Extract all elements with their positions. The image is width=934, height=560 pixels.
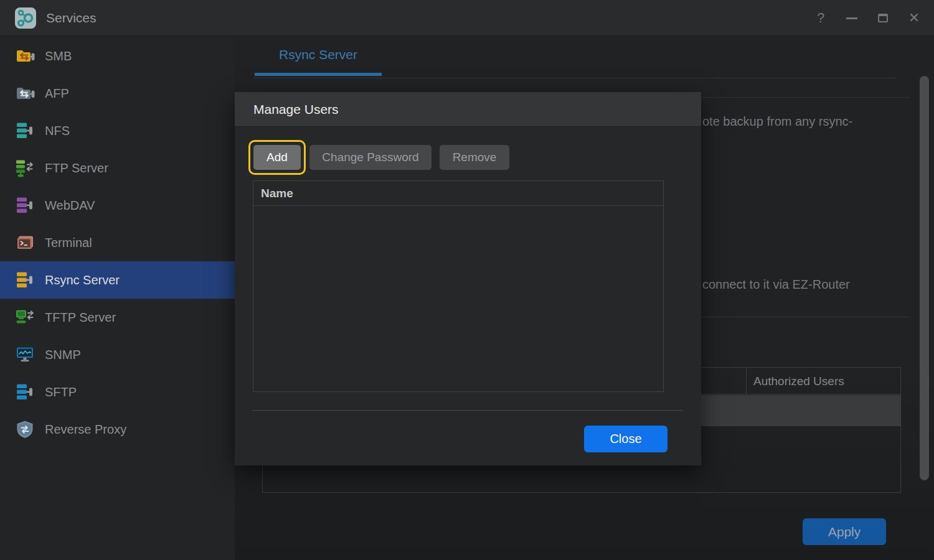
sidebar-item-label: TFTP Server — [45, 310, 116, 325]
snmp-monitor-icon — [15, 345, 35, 365]
sidebar-item-label: SFTP — [45, 385, 77, 399]
column-divider — [746, 368, 747, 394]
vertical-scrollbar-thumb[interactable] — [920, 76, 929, 480]
sidebar-item-label: SMB — [45, 49, 72, 63]
sidebar-item-ftp-server[interactable]: FTP Server — [0, 149, 235, 187]
rsync-server-icon — [15, 270, 35, 290]
sidebar-item-webdav[interactable]: WebDAV — [0, 187, 235, 224]
window-title: Services — [46, 0, 97, 36]
tftp-server-icon — [15, 307, 35, 327]
apply-button[interactable]: Apply — [803, 518, 886, 545]
sidebar-item-afp[interactable]: AFP — [0, 75, 235, 112]
remove-button[interactable]: Remove — [440, 145, 509, 170]
minimize-icon[interactable] — [843, 9, 861, 27]
sidebar-item-label: SNMP — [45, 348, 81, 362]
sidebar-item-nfs[interactable]: NFS — [0, 112, 235, 149]
sftp-server-icon — [15, 382, 35, 402]
sidebar-item-label: WebDAV — [45, 198, 95, 213]
afp-folder-sync-icon — [15, 83, 35, 103]
titlebar: Services ? ✕ — [0, 0, 934, 36]
sidebar-item-label: AFP — [45, 86, 69, 101]
terminal-icon — [15, 233, 35, 253]
sidebar-item-label: NFS — [45, 124, 70, 138]
dialog-footer-divider — [252, 410, 683, 411]
services-window: Services ? ✕ SMB — [0, 0, 934, 560]
sidebar-item-label: Reverse Proxy — [45, 422, 126, 437]
change-password-button[interactable]: Change Password — [309, 145, 432, 170]
services-sidebar: SMB AFP — [0, 36, 235, 560]
sidebar-item-terminal[interactable]: Terminal — [0, 224, 235, 261]
tabbar-divider — [253, 78, 896, 78]
sidebar-item-label: Terminal — [45, 236, 92, 250]
close-button[interactable]: Close — [584, 426, 667, 452]
maximize-icon[interactable] — [874, 9, 892, 27]
manage-users-dialog: Manage Users Add Change Password Remove … — [235, 92, 701, 465]
webdav-server-icon — [15, 195, 35, 215]
add-button[interactable]: Add — [253, 145, 301, 170]
reverse-proxy-shield-icon — [15, 419, 35, 439]
sidebar-item-sftp[interactable]: SFTP — [0, 373, 235, 411]
name-column-header: Name — [261, 187, 293, 200]
tab-active-indicator — [255, 73, 382, 76]
sidebar-item-tftp-server[interactable]: TFTP Server — [0, 299, 235, 336]
sidebar-item-snmp[interactable]: SNMP — [0, 336, 235, 373]
ez-router-text-partial: connect to it via EZ-Router — [702, 278, 850, 292]
tab-rsync-server[interactable]: Rsync Server — [255, 36, 382, 73]
rsync-description-text-partial: ote backup from any rsync- — [702, 114, 852, 129]
sidebar-item-label: FTP Server — [45, 161, 108, 175]
users-table: Name — [253, 180, 664, 392]
help-icon[interactable]: ? — [812, 9, 829, 27]
sidebar-item-rsync-server[interactable]: Rsync Server — [0, 261, 235, 299]
dialog-title: Manage Users — [253, 92, 339, 127]
authorized-users-column-header: Authorized Users — [753, 368, 844, 394]
sidebar-item-reverse-proxy[interactable]: Reverse Proxy — [0, 411, 235, 448]
services-app-icon — [15, 7, 36, 29]
dialog-header: Manage Users — [235, 92, 701, 127]
sidebar-item-smb[interactable]: SMB — [0, 37, 235, 75]
ftp-server-icon — [15, 158, 35, 178]
nfs-server-icon — [15, 121, 35, 141]
users-table-header: Name — [253, 181, 663, 206]
close-window-icon[interactable]: ✕ — [905, 9, 923, 27]
smb-folder-sync-icon — [15, 46, 35, 66]
sidebar-item-label: Rsync Server — [45, 273, 120, 287]
